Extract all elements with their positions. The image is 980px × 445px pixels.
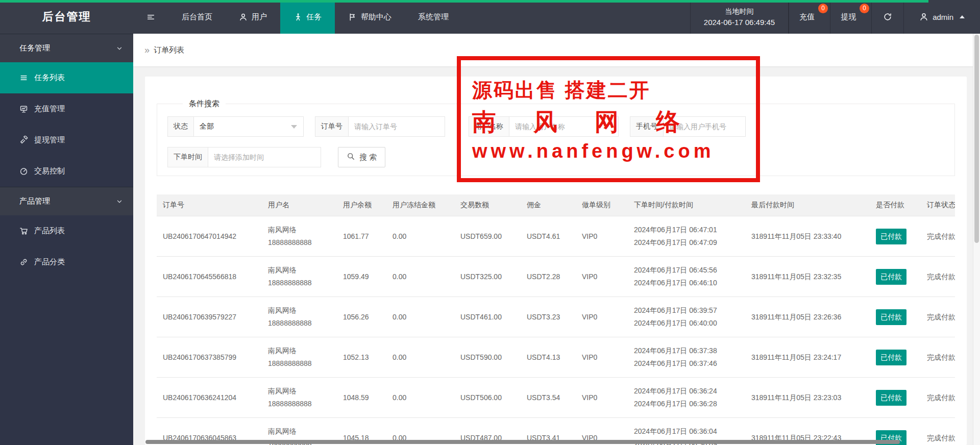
sidebar-item-label: 产品列表 (34, 226, 65, 236)
username-label: 用户名称 (469, 116, 509, 137)
order-time: 2024年06月17日 06:36:24 (634, 385, 739, 398)
topbar-nav-system[interactable]: 系统管理 (405, 0, 462, 34)
topbar-nav-tasks[interactable]: 任务 (280, 0, 335, 34)
recharge-label: 充值 (799, 12, 815, 22)
sidebar-item-task-list[interactable]: 任务列表 (0, 62, 133, 93)
times-cell: 2024年06月17日 06:36:242024年06月17日 06:36:28 (628, 378, 745, 418)
sidebar-section-product-management[interactable]: 产品管理 (0, 187, 133, 215)
status-select[interactable]: 全部 (193, 116, 304, 137)
order-time-input[interactable] (214, 153, 315, 161)
order-no-filter: 订单号 (315, 116, 445, 137)
column-header: 下单时间/付款时间 (628, 194, 745, 216)
level-cell: VIP0 (576, 337, 628, 378)
level-cell: VIP0 (576, 257, 628, 297)
sidebar-item-trade-control[interactable]: 交易控制 (0, 156, 133, 187)
paid-status-badge: 已付款 (876, 269, 906, 285)
withdraw-badge: 0 (860, 4, 869, 13)
refresh-button[interactable] (871, 0, 903, 34)
sidebar-item-label: 交易控制 (34, 166, 65, 176)
times-cell: 2024年06月17日 06:47:012024年06月17日 06:47:09 (628, 216, 745, 257)
amount-cell: USDT659.00 (454, 216, 521, 257)
amount-cell: USDT461.00 (454, 297, 521, 337)
sidebar-item-label: 任务列表 (34, 73, 65, 83)
last-pay-time-cell: 318911年11月05日 23:23:03 (745, 378, 870, 418)
table-row: UB2406170636241204南风网络188888888881048.59… (157, 378, 955, 418)
order-no-cell: UB2406170647014942 (157, 216, 262, 257)
amount-cell: USDT590.00 (454, 337, 521, 378)
last-pay-time-cell: 318911年11月05日 23:32:35 (745, 257, 870, 297)
commission-cell: USDT4.61 (521, 216, 576, 257)
topbar-nav: 后台首页用户任务帮助中心系统管理 (133, 0, 462, 34)
order-status-cell: 完成付款 (921, 297, 955, 337)
order-list-card: 条件搜索 状态 全部 订单号 用户名称 (145, 77, 967, 445)
task-icon (293, 13, 302, 21)
balance-cell: 1061.77 (337, 216, 386, 257)
column-header: 订单状态 (921, 194, 955, 216)
topbar-nav-home[interactable]: 后台首页 (168, 0, 226, 34)
topbar-nav-help-center[interactable]: 帮助中心 (335, 0, 405, 34)
sidebar-section-label: 任务管理 (19, 43, 116, 53)
phone-input[interactable] (669, 122, 740, 131)
withdraw-label: 提现 (841, 12, 856, 22)
frozen-cell: 0.00 (386, 257, 454, 297)
balance-cell: 1052.13 (337, 337, 386, 378)
chevron-down-icon (116, 45, 123, 52)
commission-cell: USDT3.23 (521, 297, 576, 337)
order-time-label: 下单时间 (167, 147, 208, 167)
gavel-icon (19, 136, 28, 144)
horizontal-scrollbar[interactable] (145, 440, 967, 444)
column-header: 佣金 (521, 194, 576, 216)
last-pay-time-cell: 318911年11月05日 23:24:17 (745, 337, 870, 378)
column-header: 是否付款 (870, 194, 921, 216)
admin-menu[interactable]: admin (903, 0, 980, 34)
withdraw-button[interactable]: 提现 0 (830, 0, 871, 34)
search-panel: 条件搜索 状态 全部 订单号 用户名称 (157, 99, 955, 176)
topbar-nav-users[interactable]: 用户 (226, 0, 280, 34)
times-cell: 2024年06月17日 06:39:572024年06月17日 06:40:00 (628, 297, 745, 337)
paid-status-badge: 已付款 (876, 309, 906, 325)
commission-cell: USDT4.13 (521, 337, 576, 378)
vertical-scrollbar[interactable] (973, 34, 980, 445)
sidebar-item-label: 产品分类 (34, 257, 65, 267)
app-title: 后台管理 (0, 0, 133, 34)
level-cell: VIP0 (576, 216, 628, 257)
balance-cell: 1059.49 (337, 257, 386, 297)
order-no-cell: UB2406170639579227 (157, 297, 262, 337)
user-cell: 南风网络18888888888 (262, 378, 337, 418)
recharge-button[interactable]: 充值 0 (789, 0, 830, 34)
user-name: 南风网络 (268, 304, 331, 317)
table-row: UB2406170639579227南风网络188888888881056.26… (157, 297, 955, 337)
horizontal-scrollbar-thumb[interactable] (145, 440, 900, 444)
column-header: 订单号 (157, 194, 262, 216)
user-phone: 18888888888 (268, 236, 331, 249)
board-icon (19, 105, 28, 113)
user-name: 南风网络 (268, 344, 331, 357)
sidebar-section-label: 产品管理 (19, 196, 116, 206)
sidebar-section-task-management[interactable]: 任务管理 (0, 34, 133, 62)
topbar-nav-menu-toggle[interactable] (133, 0, 168, 34)
frozen-cell: 0.00 (386, 378, 454, 418)
vertical-scrollbar-thumb[interactable] (974, 35, 979, 243)
select-arrow-icon (291, 125, 297, 129)
phone-label: 手机号 (630, 116, 663, 137)
order-status-cell: 完成付款 (921, 216, 955, 257)
status-filter: 状态 全部 (167, 116, 304, 137)
topbar-nav-label: 用户 (252, 12, 267, 22)
user-icon (239, 13, 248, 21)
sidebar-item-label: 充值管理 (34, 104, 65, 114)
sidebar-item-product-category[interactable]: 产品分类 (0, 246, 133, 278)
order-no-label: 订单号 (315, 116, 348, 137)
sidebar-item-recharge-management[interactable]: 充值管理 (0, 93, 133, 125)
main-content: » 订单列表 条件搜索 状态 全部 订单号 (133, 34, 980, 445)
user-phone: 18888888888 (268, 277, 331, 289)
search-button[interactable]: 搜 索 (338, 147, 385, 167)
sidebar-item-withdraw-management[interactable]: 提现管理 (0, 125, 133, 156)
sidebar-item-product-list[interactable]: 产品列表 (0, 215, 133, 246)
username-filter: 用户名称 (469, 116, 619, 137)
column-header: 最后付款时间 (745, 194, 870, 216)
username-input[interactable] (515, 122, 612, 131)
balance-cell: 1048.59 (337, 378, 386, 418)
recharge-badge: 0 (818, 4, 828, 13)
user-phone: 18888888888 (268, 317, 331, 330)
order-no-input[interactable] (354, 122, 439, 131)
